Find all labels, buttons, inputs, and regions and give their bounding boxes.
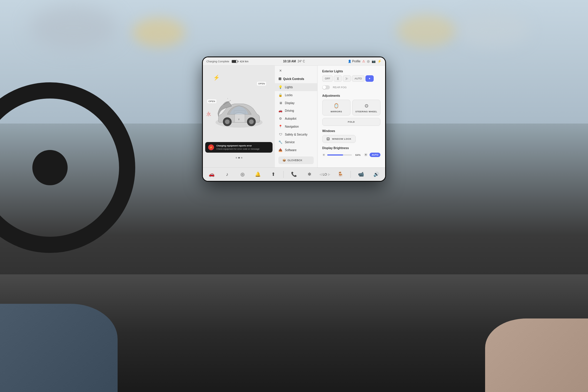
svg-text:T: T (238, 118, 240, 121)
status-right: 👤 Profile ⚠ ◎ 📷 ⚡ (307, 59, 382, 63)
profile-label: Profile (352, 60, 360, 63)
display-icon: 🖥 (278, 101, 283, 105)
lights-low-btn[interactable]: )○ (343, 75, 351, 82)
taskbar-music[interactable]: ♪ (222, 169, 232, 180)
time-display: 10:18 AM (283, 60, 296, 63)
exterior-lights-group: OFF )[ )○ AUTO ● (322, 75, 380, 82)
menu-item-driving[interactable]: 🚗 Driving (275, 107, 317, 115)
navigation-icon: 📍 (278, 125, 283, 129)
taskbar-bell[interactable]: 🔔 (253, 169, 263, 180)
brightness-row: ☀ 64% ☀ AUTO (322, 152, 380, 158)
taskbar-car[interactable]: 🚗 (206, 169, 217, 180)
bluetooth-icon: ⚡ (377, 59, 382, 63)
taskbar-volume[interactable]: 🔊 (371, 169, 382, 180)
brightness-fill (327, 154, 343, 156)
lights-off-btn[interactable]: OFF (322, 75, 333, 82)
autopilot-label: Autopilot (285, 117, 296, 120)
person-knee-right (485, 318, 588, 392)
taskbar-phone[interactable]: 📞 (289, 169, 299, 180)
window-lock-label: WINDOW LOCK (332, 138, 352, 140)
glovebox-button[interactable]: 📦 GLOVEBOX (278, 156, 314, 164)
error-notification[interactable]: ⚡ Charging equipment reports error Check… (205, 142, 273, 153)
camera-icon: 📷 (372, 59, 376, 63)
driving-label: Driving (285, 109, 294, 112)
lights-parking-btn[interactable]: )[ (334, 75, 342, 82)
bg-blur2 (456, 12, 529, 47)
software-icon: 📥 (278, 148, 283, 152)
brightness-value: 64% (354, 154, 362, 156)
dot2 (238, 157, 240, 159)
taskbar-expand[interactable]: ⬆ (268, 169, 279, 180)
lo-control[interactable]: ◁ LO ▷ (320, 173, 330, 176)
taskbar-seat[interactable]: 🪑 (335, 169, 346, 180)
menu-item-lights[interactable]: 💡 Lights (275, 83, 317, 91)
tesla-screen: Charging Complete 424 km 10:18 AM 24° C … (203, 57, 385, 181)
glovebox-icon: 📦 (283, 159, 286, 162)
menu-title: Quick Controls (283, 77, 304, 81)
service-icon: 🔧 (278, 140, 283, 144)
menu-item-autopilot[interactable]: ⚙ Autopilot (275, 115, 317, 123)
error-text: Charging equipment reports error Check e… (216, 144, 260, 150)
menu-item-safety[interactable]: 🛡 Safety & Security (275, 131, 317, 138)
brightness-slider[interactable] (327, 154, 352, 156)
status-left: Charging Complete 424 km (206, 60, 281, 63)
brightness-title: Display Brightness (322, 146, 380, 150)
charging-status: Charging Complete (206, 60, 229, 63)
menu-header: ⊞ Quick Controls (275, 76, 317, 83)
lights-auto-btn[interactable]: AUTO (352, 75, 365, 82)
lights-icon: 💡 (278, 85, 283, 89)
sun-bright-icon: ☀ (364, 152, 368, 158)
lights-on-btn[interactable]: ● (365, 75, 374, 82)
exterior-lights-title: Exterior Lights (322, 70, 380, 73)
error-icon: ⚡ (208, 144, 214, 150)
lights-label: Lights (285, 86, 293, 89)
lo-label: LO (323, 173, 327, 176)
error-title: Charging equipment reports error (216, 144, 260, 147)
window-lock-icon: 🔲 (327, 138, 330, 140)
temperature-display: 24° C (298, 60, 305, 63)
profile-button[interactable]: 👤 Profile (348, 60, 360, 63)
middle-panel: × ⊞ Quick Controls 💡 Lights 🔒 Locks 🖥 Di… (275, 66, 318, 167)
service-label: Service (285, 141, 295, 144)
alert-icon: ⚠ (362, 59, 365, 63)
menu-item-display[interactable]: 🖥 Display (275, 99, 317, 107)
fold-button[interactable]: FOLD (322, 118, 380, 126)
taskbar-camera[interactable]: 📹 (356, 169, 366, 180)
menu-item-software[interactable]: 📥 Software (275, 146, 317, 154)
driving-icon: 🚗 (278, 109, 283, 113)
taskbar-fan[interactable]: ❄ (304, 169, 315, 180)
mirrors-icon: 🪞 (333, 103, 339, 109)
brightness-auto-btn[interactable]: AUTO (370, 153, 380, 157)
lo-right-arrow: ▷ (328, 173, 330, 176)
mirrors-btn[interactable]: 🪞 MIRRORS (322, 100, 350, 116)
bg-blur4 (397, 15, 456, 47)
adjustments-grid: 🪞 MIRRORS ⊙ STEERING WHEEL (322, 100, 380, 116)
lo-left-arrow: ◁ (320, 173, 322, 176)
rear-fog-toggle[interactable] (322, 85, 330, 89)
steering-wheel-btn[interactable]: ⊙ STEERING WHEEL (352, 100, 380, 116)
svg-point-4 (249, 119, 254, 124)
window-lock-btn[interactable]: 🔲 WINDOW LOCK (322, 135, 356, 143)
taskbar-home[interactable]: ◎ (237, 169, 248, 180)
menu-item-service[interactable]: 🔧 Service (275, 138, 317, 146)
status-bar: Charging Complete 424 km 10:18 AM 24° C … (203, 57, 385, 66)
safety-icon: ◎ (367, 59, 370, 63)
locks-icon: 🔒 (278, 93, 283, 97)
profile-icon: 👤 (348, 60, 351, 63)
divider1 (283, 171, 284, 178)
person-knee-left (0, 304, 118, 392)
rear-fog-row: REAR FOG (322, 85, 380, 89)
glovebox-label: GLOVEBOX (288, 159, 302, 162)
windows-section: 🔲 WINDOW LOCK (322, 135, 380, 143)
locks-label: Locks (285, 94, 293, 97)
rear-fog-label: REAR FOG (333, 86, 347, 89)
navigation-label: Navigation (285, 125, 299, 128)
software-label: Software (285, 149, 296, 152)
close-button[interactable]: × (277, 67, 284, 74)
car-svg: T ↑ (210, 89, 268, 136)
taskbar: 🚗 ♪ ◎ 🔔 ⬆ 📞 ❄ ◁ LO ▷ 🪑 📹 🔊 (203, 167, 385, 181)
menu-item-navigation[interactable]: 📍 Navigation (275, 123, 317, 131)
adjustments-title: Adjustments (322, 94, 380, 97)
safety-icon: 🛡 (278, 133, 283, 136)
menu-item-locks[interactable]: 🔒 Locks (275, 91, 317, 99)
